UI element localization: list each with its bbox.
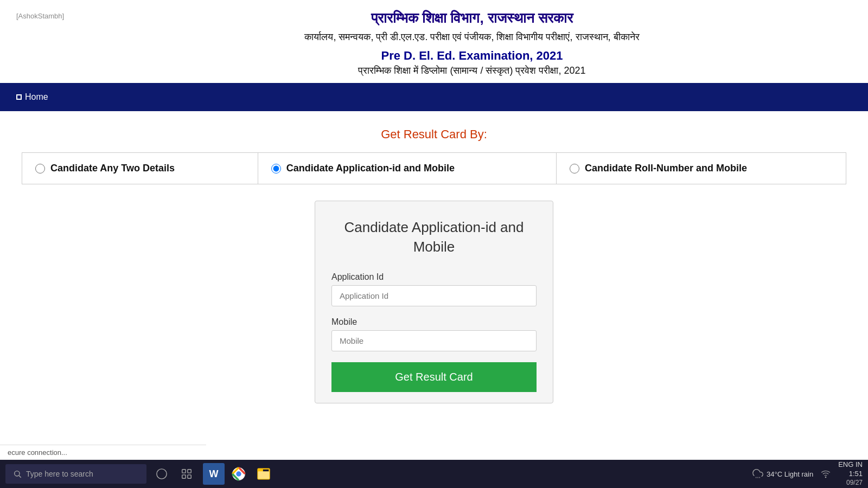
task-view-icon[interactable] [177,464,196,484]
main-content: Get Result Card By: Candidate Any Two De… [0,111,868,420]
option-cell-2[interactable]: Candidate Application-id and Mobile [258,153,556,184]
taskbar-apps: W [203,463,275,485]
form-card: Candidate Application-id and Mobile Appl… [315,201,553,403]
application-id-label: Application Id [331,272,537,282]
date-text: 09/27 [846,479,863,487]
lang-text: ENG IN [838,460,863,470]
weather-widget: 34°C Light rain [752,468,813,479]
search-icon [13,470,22,478]
svg-rect-3 [182,470,186,473]
network-icon [821,469,831,479]
taskbar: Type here to search W [0,460,868,488]
svg-rect-6 [188,475,191,478]
page-header: [AshokStambh] प्रारम्भिक शिक्षा विभाग, र… [0,0,868,83]
svg-rect-11 [258,471,270,479]
taskbar-right: 34°C Light rain ENG IN 1:51 09/27 [752,460,863,487]
header-text-block: प्रारम्भिक शिक्षा विभाग, राजस्थान सरकार … [92,10,852,76]
option-label-1[interactable]: Candidate Any Two Details [35,163,245,174]
mobile-input[interactable] [331,330,537,351]
header-line3: Pre D. El. Ed. Examination, 2021 [92,49,852,63]
svg-rect-4 [188,470,191,473]
get-result-button[interactable]: Get Result Card [331,362,537,392]
mobile-group: Mobile [331,317,537,351]
taskbar-icons [152,464,196,484]
logo: [AshokStambh] [16,10,81,20]
status-bar-text: ecure connection... [8,448,67,457]
option-radio-2[interactable] [271,164,281,174]
option-text-3: Candidate Roll-Number and Mobile [585,163,747,174]
mobile-label: Mobile [331,317,537,327]
chrome-icon[interactable] [228,463,250,485]
option-label-3[interactable]: Candidate Roll-Number and Mobile [570,163,833,174]
files-icon[interactable] [253,463,275,485]
rain-icon [752,468,763,479]
form-card-title: Candidate Application-id and Mobile [331,217,537,257]
option-text-1: Candidate Any Two Details [50,163,175,174]
section-title: Get Result Card By: [22,127,846,142]
options-table: Candidate Any Two Details Candidate Appl… [22,152,846,184]
svg-point-8 [236,471,241,476]
navbar: Home [0,83,868,111]
taskbar-search-text: Type here to search [26,470,93,478]
status-bar: ecure connection... [0,445,206,460]
weather-text: 34°C Light rain [767,470,813,478]
option-label-2[interactable]: Candidate Application-id and Mobile [271,163,543,174]
start-icon[interactable] [152,464,171,484]
option-radio-3[interactable] [570,164,579,174]
time-text: 1:51 [849,470,863,479]
application-id-input[interactable] [331,285,537,306]
option-text-2: Candidate Application-id and Mobile [286,163,455,174]
header-line1: प्रारम्भिक शिक्षा विभाग, राजस्थान सरकार [92,10,852,27]
taskbar-search-area[interactable]: Type here to search [5,464,146,484]
option-cell-3[interactable]: Candidate Roll-Number and Mobile [556,153,846,184]
application-id-group: Application Id [331,272,537,306]
svg-line-1 [19,476,21,478]
lang-time: ENG IN 1:51 09/27 [838,460,863,487]
svg-rect-5 [182,475,186,478]
nav-square-icon [16,94,22,100]
system-icons [821,469,831,479]
nav-home[interactable]: Home [16,92,48,102]
svg-point-0 [15,471,20,476]
svg-point-2 [157,469,167,479]
svg-point-15 [825,477,826,478]
option-cell-1[interactable]: Candidate Any Two Details [22,153,258,184]
header-line4: प्रारम्भिक शिक्षा में डिप्लोमा (सामान्य … [92,65,852,76]
nav-home-label: Home [25,92,48,102]
word-icon[interactable]: W [203,463,225,485]
option-radio-1[interactable] [35,164,45,174]
header-line2: कार्यालय, समन्वयक, प्री डी.एल.एड. परीक्ष… [92,30,852,44]
